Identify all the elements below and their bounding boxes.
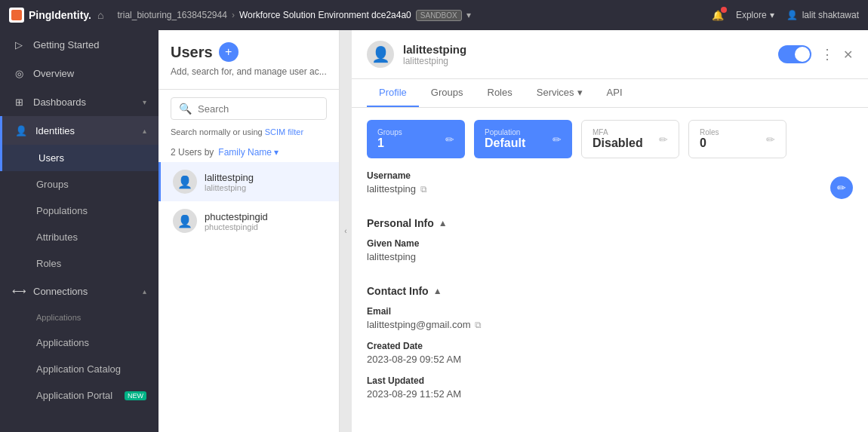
roles-card-label: Roles bbox=[700, 128, 719, 136]
roles-edit-button[interactable]: ✏ bbox=[766, 133, 775, 146]
explore-label: Explore bbox=[736, 10, 767, 20]
sidebar-users-label: Users bbox=[38, 152, 146, 164]
users-count-text: 2 Users by bbox=[171, 147, 214, 158]
contact-info-chevron-icon: ▲ bbox=[433, 286, 442, 296]
sidebar-item-dashboards[interactable]: ⊞ Dashboards ▾ bbox=[0, 87, 159, 116]
edit-username-button[interactable]: ✏ bbox=[830, 176, 853, 199]
email-field-group: Email lalittestping@gmail.com ⧉ bbox=[367, 306, 853, 330]
population-card-label: Population bbox=[485, 128, 525, 136]
detail-user-name: lalittestping bbox=[403, 43, 466, 56]
user-row[interactable]: 👤 phuctestpingid phuctestpingid bbox=[159, 201, 339, 241]
sort-chevron-icon: ▾ bbox=[274, 147, 279, 158]
user-label: lalit shaktawat bbox=[802, 10, 859, 20]
mfa-card-value: Disabled bbox=[593, 136, 643, 150]
roles-card: Roles 0 ✏ bbox=[688, 120, 786, 158]
sandbox-badge: SANDBOX bbox=[416, 10, 462, 21]
copy-username-button[interactable]: ⧉ bbox=[420, 184, 427, 195]
tab-services[interactable]: Services ▾ bbox=[525, 79, 595, 107]
population-edit-button[interactable]: ✏ bbox=[553, 133, 562, 146]
overview-icon: ◎ bbox=[12, 66, 26, 80]
sort-by-link[interactable]: Family Name ▾ bbox=[218, 147, 279, 158]
dashboards-chevron-icon: ▾ bbox=[143, 98, 146, 106]
username-text: lalittestping bbox=[367, 183, 416, 195]
tab-roles[interactable]: Roles bbox=[476, 79, 525, 107]
cards-row: Groups 1 ✏ Population Default ✏ bbox=[352, 108, 868, 170]
sidebar-item-connections[interactable]: ⟷ Connections ▴ bbox=[0, 277, 159, 305]
contact-info-label: Contact Info bbox=[367, 285, 429, 297]
avatar: 👤 bbox=[173, 209, 197, 233]
user-name-col: lalittestping lalittestping bbox=[205, 172, 254, 192]
breadcrumb-env: Workforce Solution Environment dce2a4a0 bbox=[239, 10, 411, 20]
detail-user-info: lalittestping lalittestping bbox=[403, 43, 466, 66]
explore-button[interactable]: Explore ▾ bbox=[736, 10, 774, 20]
panel-subtitle: Add, search for, and manage user ac... bbox=[171, 66, 327, 77]
sidebar-roles-label: Roles bbox=[36, 258, 146, 269]
collapse-panel-button[interactable]: ‹ bbox=[340, 30, 352, 432]
sidebar-applications-label: Applications bbox=[36, 337, 146, 348]
panel-title: Users + bbox=[171, 42, 327, 62]
copy-email-button[interactable]: ⧉ bbox=[475, 320, 482, 330]
personal-info-section: Personal Info ▲ Given Name lalittestping bbox=[352, 217, 868, 285]
user-enabled-toggle[interactable] bbox=[778, 45, 811, 63]
sidebar-item-applications-header: Applications bbox=[0, 305, 159, 329]
sidebar-item-groups[interactable]: Groups bbox=[0, 171, 159, 198]
given-name-label: Given Name bbox=[367, 238, 853, 249]
close-detail-button[interactable]: ✕ bbox=[843, 47, 853, 62]
user-display-name: lalittestping bbox=[205, 172, 254, 183]
groups-edit-button[interactable]: ✏ bbox=[445, 133, 454, 146]
breadcrumb-tenant: trial_bioturing_1638452944 bbox=[117, 10, 226, 20]
ping-logo-icon bbox=[9, 8, 24, 23]
toggle-knob bbox=[795, 47, 810, 62]
notification-icon[interactable]: 🔔 bbox=[712, 10, 724, 21]
personal-info-label: Personal Info bbox=[367, 217, 434, 229]
sidebar-item-users[interactable]: Users bbox=[0, 145, 159, 171]
scim-filter-link[interactable]: SCIM filter bbox=[265, 127, 303, 136]
sidebar-item-attributes[interactable]: Attributes bbox=[0, 224, 159, 250]
sidebar-item-applications[interactable]: Applications bbox=[0, 329, 159, 356]
sidebar-item-application-portal[interactable]: Application Portal NEW bbox=[0, 382, 159, 409]
personal-info-chevron-icon: ▲ bbox=[439, 218, 448, 228]
add-icon: + bbox=[225, 45, 232, 59]
scim-hint-text: Search normally or using bbox=[171, 127, 263, 136]
users-list-panel: Users + Add, search for, and manage user… bbox=[159, 30, 340, 432]
new-badge: NEW bbox=[125, 391, 146, 400]
detail-header-right: ⋮ ✕ bbox=[778, 45, 853, 63]
breadcrumb: trial_bioturing_1638452944 › Workforce S… bbox=[117, 10, 706, 21]
env-chevron-icon[interactable]: ▾ bbox=[466, 10, 471, 20]
sidebar-item-getting-started[interactable]: ▷ Getting Started bbox=[0, 30, 159, 59]
contact-info-title[interactable]: Contact Info ▲ bbox=[367, 285, 853, 297]
user-detail-panel: 👤 lalittestping lalittestping ⋮ ✕ bbox=[352, 30, 868, 432]
sidebar-getting-started-label: Getting Started bbox=[33, 39, 146, 51]
more-options-button[interactable]: ⋮ bbox=[820, 46, 834, 63]
tab-groups[interactable]: Groups bbox=[419, 79, 476, 107]
last-updated-label: Last Updated bbox=[367, 375, 853, 386]
username-section: Username lalittestping ⧉ ✏ bbox=[352, 170, 868, 217]
population-card-content: Population Default bbox=[485, 128, 525, 150]
sidebar-connections-label: Connections bbox=[33, 286, 135, 297]
groups-card-content: Groups 1 bbox=[377, 128, 402, 150]
search-icon: 🔍 bbox=[179, 103, 192, 115]
given-name-value: lalittestping bbox=[367, 251, 853, 262]
add-user-button[interactable]: + bbox=[219, 42, 239, 62]
search-input[interactable] bbox=[198, 103, 325, 115]
sidebar-item-roles[interactable]: Roles bbox=[0, 250, 159, 277]
sidebar-item-application-catalog[interactable]: Application Catalog bbox=[0, 356, 159, 382]
explore-chevron-icon: ▾ bbox=[770, 10, 774, 20]
groups-card: Groups 1 ✏ bbox=[367, 120, 465, 158]
username-label: Username bbox=[367, 170, 427, 181]
sidebar-application-portal-label: Application Portal bbox=[36, 390, 114, 401]
user-username: phuctestpingid bbox=[205, 222, 268, 231]
user-name-col: phuctestpingid phuctestpingid bbox=[205, 211, 268, 231]
sidebar-item-identities[interactable]: 👤 Identities ▴ bbox=[0, 116, 159, 145]
sidebar-item-overview[interactable]: ◎ Overview bbox=[0, 59, 159, 87]
personal-info-title[interactable]: Personal Info ▲ bbox=[367, 217, 853, 229]
tab-api[interactable]: API bbox=[595, 79, 635, 107]
user-icon: 👤 bbox=[786, 10, 798, 20]
services-chevron-icon: ▾ bbox=[577, 87, 583, 98]
sidebar-item-populations[interactable]: Populations bbox=[0, 198, 159, 224]
tab-profile[interactable]: Profile bbox=[367, 79, 419, 107]
home-icon[interactable]: ⌂ bbox=[97, 9, 103, 21]
user-row[interactable]: 👤 lalittestping lalittestping bbox=[159, 162, 339, 201]
groups-card-value: 1 bbox=[377, 136, 402, 150]
mfa-edit-button[interactable]: ✏ bbox=[659, 133, 668, 146]
